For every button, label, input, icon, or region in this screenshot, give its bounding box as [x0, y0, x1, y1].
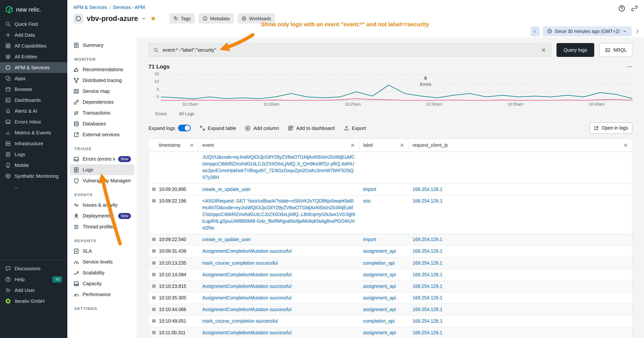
- row-expand-handle[interactable]: [152, 331, 156, 334]
- row-expand-handle[interactable]: [152, 249, 156, 253]
- remove-timestamp-column-icon[interactable]: [189, 142, 194, 148]
- sidebar-item-errors-inbox[interactable]: Errors Inbox: [0, 116, 67, 127]
- nav-item-logs[interactable]: Logs: [70, 164, 134, 175]
- remove-ip-column-icon[interactable]: [623, 142, 628, 148]
- clear-query-icon[interactable]: [541, 47, 546, 53]
- log-event-link[interactable]: <ASGIRequest: GET '/sso/callback/?state=…: [202, 198, 355, 231]
- row-expand-handle[interactable]: [152, 296, 156, 299]
- row-expand-handle[interactable]: [152, 199, 156, 202]
- nav-item-transactions[interactable]: Transactions: [70, 107, 134, 118]
- log-event-link[interactable]: mark_course_completion successful: [202, 260, 278, 266]
- remove-label-column-icon[interactable]: [400, 142, 405, 148]
- export-button[interactable]: Export: [344, 125, 366, 131]
- sidebar-item-dashboards[interactable]: Dashboards: [0, 95, 67, 106]
- new-relic-logo[interactable]: new relic.: [0, 0, 67, 19]
- nav-item-errors-errors-inb[interactable]: Errors (errors inb... New: [70, 153, 134, 164]
- sidebar-item-add-user[interactable]: Add User: [0, 285, 67, 296]
- favorite-star-icon[interactable]: ★: [150, 15, 156, 22]
- log-row[interactable]: 10:09:20.895 create_or_update_user impor…: [149, 184, 632, 195]
- log-ip-link[interactable]: 169.254.129.1: [412, 284, 442, 289]
- sidebar-item-apm-services[interactable]: APM & Services: [0, 62, 67, 73]
- row-expand-handle[interactable]: [152, 238, 156, 241]
- log-ip-link[interactable]: 169.254.129.1: [412, 307, 442, 312]
- nav-item-databases[interactable]: Databases: [70, 118, 134, 129]
- row-expand-handle[interactable]: [152, 261, 156, 264]
- query-logs-button[interactable]: Query logs: [556, 43, 594, 57]
- log-event-link[interactable]: JUQVU&code=eyJraWQiOiJjcGltY29yZV8wOTl1M…: [202, 155, 355, 180]
- log-label-link[interactable]: sso: [363, 198, 370, 203]
- open-in-logs-button[interactable]: Open in logs: [590, 122, 632, 134]
- sidebar-item-add-data[interactable]: Add Data: [0, 30, 67, 41]
- nav-item-thread-profiler[interactable]: Thread profiler: [70, 221, 134, 232]
- sidebar-item-mobile[interactable]: Mobile: [0, 160, 67, 171]
- sidebar-item-quick-find[interactable]: Quick Find: [0, 19, 67, 30]
- log-ip-link[interactable]: 169.254.129.1: [412, 198, 442, 203]
- log-label-link[interactable]: import: [363, 187, 376, 192]
- log-row[interactable]: 10:09:22.540 create_or_update_user impor…: [149, 234, 632, 246]
- logs-more-menu[interactable]: [626, 64, 632, 70]
- nav-item-external-services[interactable]: External services: [70, 129, 134, 140]
- nav-item-recommendations[interactable]: Recommendations: [70, 64, 134, 75]
- expand-logs-toggle[interactable]: [178, 125, 190, 131]
- log-event-link[interactable]: AssignmentCompletionMutation successful: [202, 272, 292, 277]
- sidebar-item-synthetic-monitoring[interactable]: Synthetic Monitoring: [0, 171, 67, 182]
- log-query-input[interactable]: [162, 47, 538, 53]
- log-event-link[interactable]: AssignmentCompletionMutation successful: [202, 295, 292, 300]
- log-ip-link[interactable]: 169.254.129.1: [412, 260, 442, 266]
- sidebar-item-browser[interactable]: Browser: [0, 84, 67, 95]
- nrql-button[interactable]: NRQL: [600, 43, 632, 57]
- nav-item-scalability[interactable]: Scalability: [70, 267, 134, 278]
- nav-item-service-map[interactable]: Service map: [70, 86, 134, 97]
- log-label-link[interactable]: assignment_api: [363, 272, 396, 277]
- sidebar-item-discussions[interactable]: Discussions: [0, 263, 67, 274]
- log-row[interactable]: 10:10:49.051 mark_course_completion succ…: [149, 315, 632, 327]
- nav-item-deployments[interactable]: Deployments New: [70, 210, 134, 221]
- nav-item-distributed-tracing[interactable]: Distributed tracing: [70, 75, 134, 86]
- log-row[interactable]: 10:09:31.439 AssignmentCompletionMutatio…: [149, 246, 632, 257]
- log-ip-link[interactable]: 169.254.129.1: [412, 272, 442, 277]
- sidebar-item-logs[interactable]: Logs: [0, 149, 67, 160]
- nav-item-capacity[interactable]: Capacity: [70, 278, 134, 289]
- sidebar-item-metrics-events[interactable]: Metrics & Events: [0, 127, 67, 138]
- log-event-link[interactable]: create_or_update_user: [202, 237, 251, 242]
- log-ip-link[interactable]: 169.254.129.1: [412, 295, 442, 300]
- log-row[interactable]: 10:09:22.196 <ASGIRequest: GET '/sso/cal…: [149, 195, 632, 234]
- sidebar-item-apps[interactable]: Apps: [0, 73, 67, 84]
- log-label-link[interactable]: assignment_api: [363, 295, 396, 300]
- log-row[interactable]: 10:11:00.311 AssignmentCompletionMutatio…: [149, 327, 632, 338]
- nav-item-summary[interactable]: Summary: [70, 40, 134, 51]
- log-event-link[interactable]: AssignmentCompletionMutation successful: [202, 284, 292, 289]
- row-expand-handle[interactable]: [152, 187, 156, 191]
- row-expand-handle[interactable]: [152, 319, 156, 323]
- question-icon[interactable]: [618, 5, 625, 12]
- add-to-dashboard-button[interactable]: Add to dashboard: [288, 125, 334, 131]
- log-event-link[interactable]: AssignmentCompletionMutation successful: [202, 307, 292, 312]
- log-ip-link[interactable]: 169.254.129.1: [412, 318, 442, 324]
- row-expand-handle[interactable]: [152, 273, 156, 276]
- log-row[interactable]: 10:10:13.235 mark_course_completion succ…: [149, 257, 632, 269]
- breadcrumb-services-apm[interactable]: Services - APM: [113, 5, 145, 10]
- sidebar-item-all-entities[interactable]: All Entities: [0, 51, 67, 62]
- log-label-link[interactable]: assignment_api: [363, 307, 396, 312]
- log-label-link[interactable]: assignment_api: [363, 330, 396, 335]
- nav-item-issues-activity[interactable]: Issues & activity: [70, 199, 134, 210]
- breadcrumb-apm-services[interactable]: APM & Services: [73, 5, 107, 10]
- time-picker[interactable]: Since 30 minutes ago (GMT+2): [543, 26, 632, 36]
- log-event-link[interactable]: create_or_update_user: [202, 187, 251, 192]
- sidebar-item-iterativ-gmbh[interactable]: Iterativ GmbH: [0, 296, 67, 306]
- row-expand-handle[interactable]: [152, 308, 156, 311]
- log-row[interactable]: 10:10:23.815 AssignmentCompletionMutatio…: [149, 281, 632, 292]
- log-ip-link[interactable]: 169.254.129.1: [412, 237, 442, 242]
- sidebar-item-alerts-ai[interactable]: Alerts & AI: [0, 106, 67, 116]
- log-label-link[interactable]: import: [363, 237, 376, 242]
- log-label-link[interactable]: completion_api: [363, 318, 394, 324]
- log-row[interactable]: 10:10:44.066 AssignmentCompletionMutatio…: [149, 304, 632, 315]
- log-ip-link[interactable]: 169.254.129.1: [412, 187, 442, 192]
- log-event-link[interactable]: AssignmentCompletionMutation successful: [202, 249, 292, 254]
- time-forward-button[interactable]: [635, 29, 640, 34]
- nav-item-sla[interactable]: SLA: [70, 245, 134, 256]
- entity-action-tags[interactable]: Tags: [169, 14, 195, 24]
- log-event-link[interactable]: AssignmentCompletionMutation successful: [202, 330, 292, 335]
- log-label-link[interactable]: assignment_api: [363, 249, 396, 254]
- log-label-link[interactable]: completion_api: [363, 260, 394, 266]
